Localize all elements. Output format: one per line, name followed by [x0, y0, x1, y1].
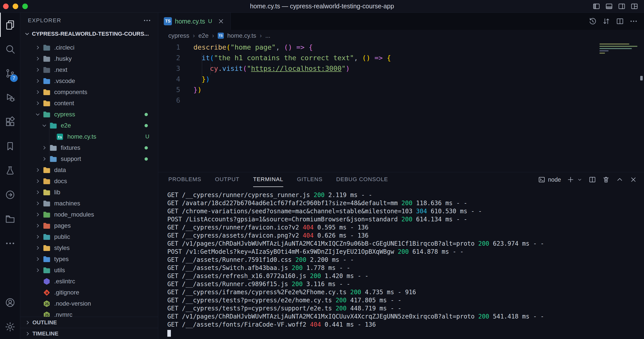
terminal-line: GET /v1/pages/ChRDaHJvbWUvMTAzLjAuNTA2MC…: [167, 312, 644, 321]
folder-icon: [49, 144, 57, 152]
tree-item-.node-version[interactable]: JS.node-version: [20, 298, 158, 309]
tree-item-e2e[interactable]: e2e: [20, 120, 158, 131]
tree-item-.vscode[interactable]: .vscode: [20, 75, 158, 87]
more-activity-button[interactable]: [0, 231, 20, 256]
tree-item-content[interactable]: content: [20, 98, 158, 109]
close-tab-icon[interactable]: [217, 17, 225, 25]
code-line[interactable]: 6: [158, 95, 644, 106]
panel-tab-problems[interactable]: PROBLEMS: [168, 172, 201, 187]
kill-terminal-icon[interactable]: [602, 176, 610, 184]
settings-activity-button[interactable]: [0, 315, 20, 339]
tree-item-.gitignore[interactable]: .gitignore: [20, 287, 158, 298]
tree-item-styles[interactable]: styles: [20, 242, 158, 253]
explorer-more-actions-icon[interactable]: [143, 16, 151, 25]
new-terminal-icon[interactable]: [567, 176, 575, 184]
code-line[interactable]: 4 }): [158, 74, 644, 84]
folder-icon: [43, 44, 51, 52]
tree-item-fixtures[interactable]: fixtures: [20, 142, 158, 153]
maximize-panel-icon[interactable]: [616, 176, 624, 184]
folder-icon: [43, 110, 51, 119]
tree-item-types[interactable]: types: [20, 253, 158, 265]
tree-item-utils[interactable]: utils: [20, 265, 158, 276]
tree-item-data[interactable]: data: [20, 164, 158, 176]
explorer-activity-button[interactable]: [0, 13, 20, 37]
customize-layout-icon[interactable]: [630, 2, 638, 10]
accounts-activity-button[interactable]: [0, 290, 20, 315]
tree-item-.eslintrc[interactable]: .eslintrc: [20, 276, 158, 287]
remote-explorer-activity-button[interactable]: [0, 207, 20, 231]
search-activity-button[interactable]: [0, 37, 20, 61]
tree-item-home.cy.ts[interactable]: tshome.cy.tsU: [20, 131, 158, 142]
tree-item-label: home.cy.ts: [67, 133, 96, 140]
tree-item-label: machines: [54, 200, 80, 207]
tree-item-machines[interactable]: machines: [20, 198, 158, 209]
tree-item-support[interactable]: support: [20, 153, 158, 164]
breadcrumb-symbol[interactable]: ...: [265, 32, 270, 39]
breadcrumb-folder[interactable]: cypress: [168, 32, 189, 39]
breadcrumb-file[interactable]: home.cy.ts: [227, 32, 256, 39]
toggle-primary-sidebar-icon[interactable]: [592, 2, 600, 10]
testing-activity-button[interactable]: [0, 158, 20, 183]
more-actions-icon[interactable]: [629, 17, 638, 26]
minimize-window-button[interactable]: [13, 4, 18, 9]
extensions-activity-button[interactable]: [0, 110, 20, 134]
tree-item-.next[interactable]: .next: [20, 64, 158, 75]
breadcrumb-folder[interactable]: e2e: [198, 32, 209, 39]
tree-item-label: support: [61, 155, 81, 162]
panel-tab-gitlens[interactable]: GITLENS: [297, 172, 323, 187]
local-history-icon[interactable]: [588, 17, 597, 26]
indent-guide: [210, 64, 211, 74]
close-window-button[interactable]: [3, 4, 9, 9]
tree-item-lib[interactable]: lib: [20, 187, 158, 198]
chevron-right-icon: [33, 178, 43, 184]
panel-tab-debug-console[interactable]: DEBUG CONSOLE: [336, 172, 388, 187]
toggle-panel-icon[interactable]: [605, 2, 613, 10]
chevron-right-icon: [33, 45, 43, 51]
bookmarks-activity-button[interactable]: [0, 134, 20, 158]
panel-tab-terminal[interactable]: TERMINAL: [253, 172, 283, 187]
close-panel-icon[interactable]: [629, 176, 637, 184]
line-number: 1: [158, 42, 180, 53]
terminal-profile-selector[interactable]: node: [538, 176, 561, 183]
code-line[interactable]: 2 it("the h1 contains the correct text",…: [158, 53, 644, 63]
tree-item-cypress[interactable]: cypress: [20, 109, 158, 120]
terminal-dropdown-icon[interactable]: [577, 176, 583, 184]
terminal-line: GET /v1/pages/ChRDaHJvbWUvMTAzLjAuNTA2MC…: [167, 240, 644, 248]
tree-item-docs[interactable]: docs: [20, 176, 158, 187]
scrollbar-slider[interactable]: [640, 76, 643, 80]
tab-home-cy-ts[interactable]: TS home.cy.ts U: [158, 13, 231, 30]
outline-section-label: OUTLINE: [32, 319, 57, 326]
code-editor[interactable]: 1describe("home page", () => {2 it("the …: [158, 41, 644, 172]
minimap[interactable]: [599, 44, 637, 55]
panel-tab-output[interactable]: OUTPUT: [215, 172, 239, 187]
zoom-window-button[interactable]: [22, 4, 28, 9]
git-modified-dot: [145, 113, 148, 116]
toggle-secondary-sidebar-icon[interactable]: [618, 2, 626, 10]
tree-item-node-modules[interactable]: node_modules: [20, 209, 158, 220]
split-editor-icon[interactable]: [616, 17, 624, 26]
live-share-icon: [5, 189, 16, 200]
tree-item-.nvmrc[interactable]: JS.nvmrc: [20, 309, 158, 317]
folder-icon: [43, 210, 51, 219]
run-and-debug-activity-button[interactable]: [0, 86, 20, 110]
tree-item-.husky[interactable]: .husky: [20, 53, 158, 64]
code-line[interactable]: 5}): [158, 84, 644, 95]
code-line[interactable]: 1describe("home page", () => {: [158, 42, 644, 53]
terminal-output[interactable]: GET /__cypress/runner/cypress_runner.js …: [158, 187, 644, 339]
tree-item-public[interactable]: public: [20, 231, 158, 242]
open-changes-icon[interactable]: [602, 17, 611, 26]
source-control-activity-button[interactable]: 7: [0, 61, 20, 86]
eslint-file-icon: [43, 277, 51, 286]
code-line[interactable]: 3 cy.visit("https://localhost:3000"): [158, 63, 644, 74]
project-root-folder[interactable]: CYPRESS-REALWORLD-TESTING-COURS...: [20, 28, 158, 39]
timeline-section-header[interactable]: TIMELINE: [20, 328, 158, 339]
tree-item-.circleci[interactable]: .circleci: [20, 42, 158, 53]
chevron-right-icon: [33, 78, 43, 84]
activity-bar-bottom: [0, 290, 20, 339]
live-share-activity-button[interactable]: [0, 183, 20, 207]
tree-item-pages[interactable]: pages: [20, 220, 158, 231]
split-terminal-icon[interactable]: [588, 176, 596, 184]
outline-section-header[interactable]: OUTLINE: [20, 317, 158, 328]
minimap-line: [599, 48, 632, 49]
tree-item-components[interactable]: components: [20, 87, 158, 98]
